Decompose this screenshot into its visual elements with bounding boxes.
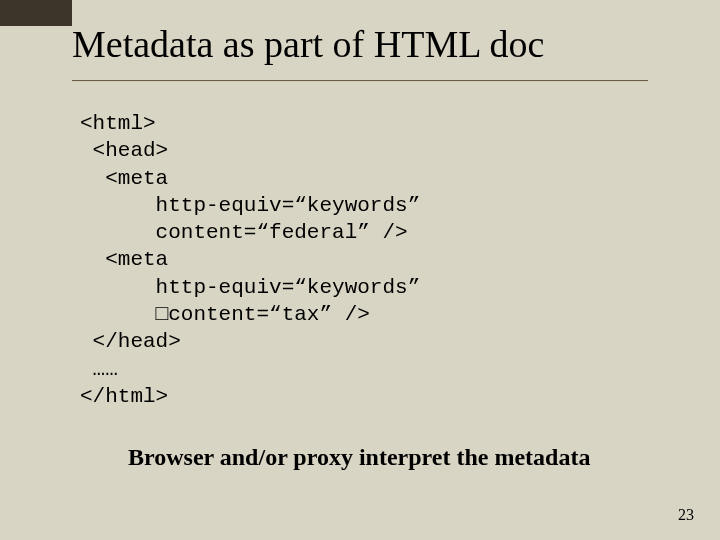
slide-container: Metadata as part of HTML doc <html> <hea…	[0, 0, 720, 471]
slide-caption: Browser and/or proxy interpret the metad…	[128, 444, 648, 471]
page-number: 23	[678, 506, 694, 524]
code-block: <html> <head> <meta http-equiv=“keywords…	[80, 110, 648, 410]
title-underline	[72, 80, 648, 82]
corner-accent	[0, 0, 72, 26]
slide-title: Metadata as part of HTML doc	[72, 22, 648, 66]
